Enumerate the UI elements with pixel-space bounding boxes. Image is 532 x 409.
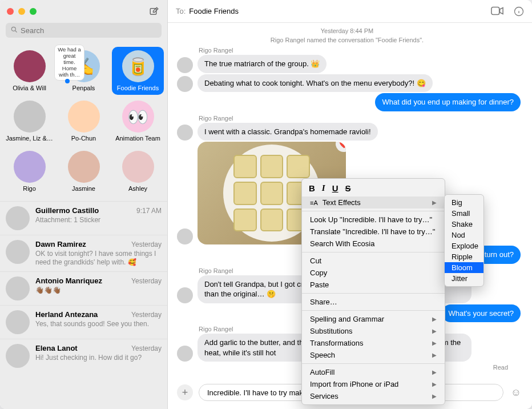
pinned-conversation[interactable]: Rigo <box>3 147 55 195</box>
menu-translate[interactable]: Translate "Incredible. I'll have to try…… <box>302 226 445 238</box>
conversation-row[interactable]: Guillermo Castillo 9:17 AM Attachment: 1… <box>0 201 167 235</box>
conversation-time: Yesterday <box>131 277 162 285</box>
message-bubble[interactable]: Debating what to cook tonight. What's on… <box>198 74 433 93</box>
pinned-conversation[interactable]: 👀Animation Team <box>112 97 164 145</box>
menu-transformations[interactable]: Transformations▶ <box>302 337 445 349</box>
conversation-row[interactable]: Herland Antezana Yesterday Yes, that sou… <box>0 305 167 339</box>
to-label: To: <box>176 7 186 15</box>
menu-label: Copy <box>310 268 327 277</box>
submenu-item[interactable]: Explode <box>445 240 483 251</box>
pinned-conversation[interactable]: Jasmine, Liz &… <box>3 97 55 145</box>
conversation-time: 9:17 AM <box>136 207 162 215</box>
avatar <box>177 125 193 141</box>
pin-label: Po-Chun <box>71 135 96 142</box>
avatar: 👀 <box>122 101 154 133</box>
menu-lookup[interactable]: Look Up "Incredible. I'll have to try…" <box>302 214 445 226</box>
pinned-conversation[interactable]: 🥫Foodie Friends <box>112 47 164 95</box>
text-effects-submenu: BigSmallShakeNodExplodeRippleBloomJitter <box>444 194 484 287</box>
compose-button[interactable] <box>148 5 160 18</box>
message-bubble[interactable]: What's your secret? <box>442 304 521 323</box>
pinned-conversation[interactable]: Olivia & Will <box>3 47 55 95</box>
menu-text-effects[interactable]: ≡A Text Effects ▶ <box>302 197 445 208</box>
submenu-item[interactable]: Ripple <box>445 251 483 262</box>
menu-label: Substitutions <box>310 327 352 335</box>
apps-button[interactable]: + <box>177 384 193 400</box>
menu-speech[interactable]: Speech▶ <box>302 349 445 361</box>
avatar <box>6 344 30 368</box>
chevron-right-icon: ▶ <box>432 369 437 375</box>
submenu-item[interactable]: Big <box>445 197 483 208</box>
info-button[interactable] <box>514 6 524 17</box>
conversation-time: Yesterday <box>131 344 162 352</box>
conversation-preview: Hi! Just checking in. How did it go? <box>35 354 162 362</box>
menu-import-ios[interactable]: Import from iPhone or iPad▶ <box>302 378 445 390</box>
menu-copy[interactable]: Copy <box>302 267 445 279</box>
fullscreen-window-button[interactable] <box>30 8 37 15</box>
submenu-item[interactable]: Small <box>445 208 483 219</box>
menu-cut[interactable]: Cut <box>302 255 445 267</box>
message-bubble[interactable]: What did you end up making for dinner? <box>375 93 521 111</box>
menu-label: Paste <box>310 280 329 289</box>
conversation-row[interactable]: Dawn Ramirez Yesterday OK to visit tonig… <box>0 235 167 271</box>
avatar: 🥫 <box>122 50 154 82</box>
conversation-header: To: Foodie Friends <box>168 0 532 23</box>
message-row: What did you end up making for dinner? <box>174 93 521 111</box>
menu-share[interactable]: Share… <box>302 296 445 308</box>
menu-label: Cut <box>310 256 321 265</box>
chevron-right-icon: ▶ <box>432 199 437 206</box>
conversation-list[interactable]: Guillermo Castillo 9:17 AM Attachment: 1… <box>0 201 167 409</box>
message-row: Debating what to cook tonight. What's on… <box>174 74 521 93</box>
context-menu: B I U S ≡A Text Effects ▶ Look Up "Incre… <box>301 178 445 405</box>
avatar <box>14 50 46 82</box>
pin-label: Animation Team <box>115 135 160 142</box>
submenu-item[interactable]: Jitter <box>445 273 483 284</box>
message-bubble[interactable]: The true matriarch of the group. 👑 <box>198 55 327 73</box>
conversation-row[interactable]: Antonio Manriquez Yesterday 👋🏾👋🏾👋🏾 <box>0 271 167 305</box>
avatar <box>68 151 100 183</box>
message-row: I went with a classic. Grandpa's homemad… <box>174 123 521 141</box>
message-bubble[interactable]: I went with a classic. Grandpa's homemad… <box>198 123 378 141</box>
conversation-title: Foodie Friends <box>189 7 239 15</box>
conversation-preview: OK to visit tonight? I have some things … <box>35 250 162 267</box>
menu-spelling[interactable]: Spelling and Grammar▶ <box>302 313 445 325</box>
strike-button[interactable]: S <box>345 183 351 193</box>
menu-paste[interactable]: Paste <box>302 279 445 291</box>
menu-services[interactable]: Services▶ <box>302 390 445 402</box>
submenu-item[interactable]: Shake <box>445 219 483 230</box>
search-icon <box>10 26 18 34</box>
conversation-preview: Yes, that sounds good! See you then. <box>35 320 162 328</box>
search-input[interactable] <box>6 23 162 38</box>
reaction-badge[interactable]: ❤️ <box>336 142 346 152</box>
search-field[interactable] <box>6 23 162 38</box>
menu-label: Import from iPhone or iPad <box>310 380 398 388</box>
pin-label: Penpals <box>72 85 95 91</box>
bold-button[interactable]: B <box>309 183 315 193</box>
app-window: Olivia & WillWe had a great time. Home w… <box>0 0 532 409</box>
format-row: B I U S <box>302 181 445 197</box>
timestamp-label: Yesterday 8:44 PM <box>174 27 521 34</box>
submenu-item[interactable]: Nod <box>445 230 483 240</box>
pinned-conversation[interactable]: Ashley <box>112 147 164 195</box>
italic-button[interactable]: I <box>322 183 325 193</box>
menu-search-ecosia[interactable]: Search With Ecosia <box>302 238 445 250</box>
sender-label: Rigo Rangel <box>199 47 521 54</box>
conversation-time: Yesterday <box>131 240 162 248</box>
conversation-name: Antonio Manriquez <box>35 276 102 285</box>
pinned-conversation[interactable]: Po-Chun <box>58 97 110 145</box>
pinned-conversation[interactable]: Jasmine <box>58 147 110 195</box>
minimize-window-button[interactable] <box>18 8 25 15</box>
menu-substitutions[interactable]: Substitutions▶ <box>302 325 445 337</box>
facetime-button[interactable] <box>491 6 503 17</box>
close-window-button[interactable] <box>7 8 14 15</box>
chevron-right-icon: ▶ <box>432 328 437 334</box>
avatar <box>177 287 193 303</box>
conversation-row[interactable]: Elena Lanot Yesterday Hi! Just checking … <box>0 339 167 372</box>
menu-autofill[interactable]: AutoFill▶ <box>302 366 445 378</box>
emoji-button[interactable]: ☺ <box>509 386 523 399</box>
chevron-right-icon: ▶ <box>432 340 437 346</box>
underline-button[interactable]: U <box>332 183 338 193</box>
pinned-conversation[interactable]: We had a great time. Home with th…✍️Penp… <box>58 47 110 95</box>
chevron-right-icon: ▶ <box>432 381 437 387</box>
menu-label: Transformations <box>310 339 363 347</box>
submenu-item[interactable]: Bloom <box>445 262 483 273</box>
